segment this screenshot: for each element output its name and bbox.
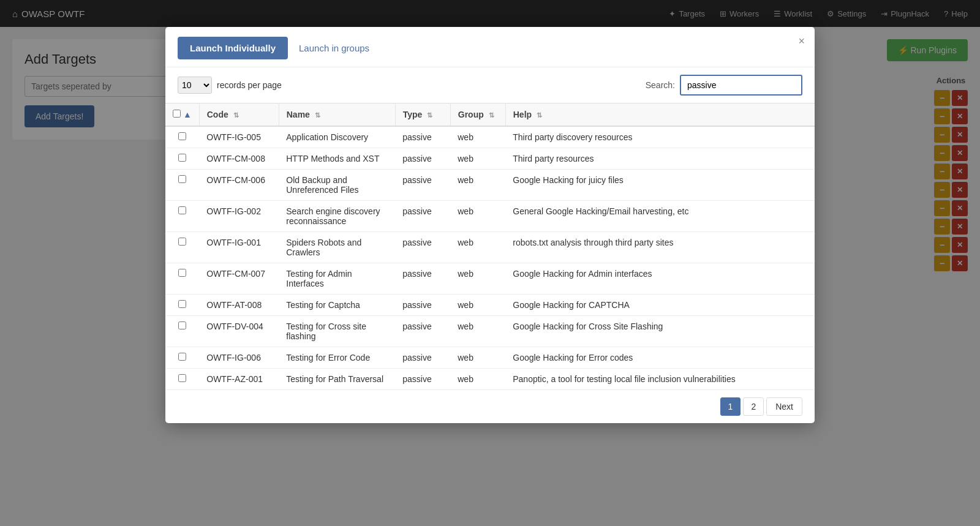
row-group: web (450, 347, 505, 369)
row-checkbox-cell[interactable] (165, 126, 199, 148)
row-help: Google Hacking for Error codes (505, 347, 815, 369)
next-page-button[interactable]: Next (766, 397, 802, 416)
search-container: Search: (646, 75, 802, 96)
table-row: OWTF-IG-002 Search engine discovery reco… (165, 201, 815, 232)
table-row: OWTF-CM-007 Testing for Admin Interfaces… (165, 263, 815, 295)
row-help: Google Hacking for Cross Site Flashing (505, 316, 815, 347)
row-name: Testing for Captcha (279, 295, 395, 316)
row-group: web (450, 232, 505, 263)
row-name: Search engine discovery reconnaissance (279, 201, 395, 232)
row-checkbox-2[interactable] (178, 175, 186, 183)
row-code: OWTF-CM-008 (199, 148, 279, 170)
row-code: OWTF-AZ-001 (199, 369, 279, 390)
search-input[interactable] (680, 75, 802, 96)
row-name: Old Backup and Unreferenced Files (279, 170, 395, 201)
row-code: OWTF-CM-007 (199, 263, 279, 295)
table-row: OWTF-IG-006 Testing for Error Code passi… (165, 347, 815, 369)
row-help: robots.txt analysis through third party … (505, 232, 815, 263)
page-background: Add Targets Add Targets! ⚡ Run Plugins A… (0, 27, 980, 526)
row-checkbox-0[interactable] (178, 132, 186, 140)
help-sort-icon: ⇅ (537, 111, 542, 119)
row-checkbox-cell[interactable] (165, 148, 199, 170)
name-column-header[interactable]: Name ⇅ (279, 103, 395, 127)
group-sort-icon: ⇅ (489, 111, 494, 119)
select-all-header[interactable]: ▲ (165, 103, 199, 127)
launch-individually-button[interactable]: Launch Individually (178, 37, 288, 59)
row-type: passive (395, 232, 450, 263)
row-help: Third party discovery resources (505, 126, 815, 148)
row-group: web (450, 316, 505, 347)
row-checkbox-cell[interactable] (165, 201, 199, 232)
row-code: OWTF-DV-004 (199, 316, 279, 347)
row-checkbox-cell[interactable] (165, 232, 199, 263)
row-checkbox-cell[interactable] (165, 369, 199, 390)
row-help: Google Hacking for CAPTCHA (505, 295, 815, 316)
row-group: web (450, 295, 505, 316)
code-column-header[interactable]: Code ⇅ (199, 103, 279, 127)
row-group: web (450, 148, 505, 170)
records-per-page-label: records per page (217, 80, 282, 90)
help-column-header[interactable]: Help ⇅ (505, 103, 815, 127)
records-per-page-control: 10 25 50 records per page (178, 77, 282, 94)
modal-header: Launch Individually Launch in groups × (165, 27, 815, 67)
pagination: 1 2 Next (165, 390, 815, 423)
type-column-header[interactable]: Type ⇅ (395, 103, 450, 127)
plugin-select-modal: Launch Individually Launch in groups × 1… (165, 27, 815, 423)
row-help: General Google Hacking/Email harvesting,… (505, 201, 815, 232)
table-row: OWTF-AZ-001 Testing for Path Traversal p… (165, 369, 815, 390)
row-checkbox-5[interactable] (178, 269, 186, 277)
row-help: Panoptic, a tool for testing local file … (505, 369, 815, 390)
row-checkbox-cell[interactable] (165, 316, 199, 347)
launch-groups-button[interactable]: Launch in groups (296, 37, 372, 59)
row-checkbox-cell[interactable] (165, 263, 199, 295)
row-group: web (450, 126, 505, 148)
table-row: OWTF-CM-008 HTTP Methods and XST passive… (165, 148, 815, 170)
row-group: web (450, 201, 505, 232)
row-type: passive (395, 170, 450, 201)
row-checkbox-7[interactable] (178, 321, 186, 329)
row-checkbox-8[interactable] (178, 353, 186, 361)
row-help: Google Hacking for juicy files (505, 170, 815, 201)
select-all-checkbox[interactable] (173, 110, 181, 118)
row-name: Testing for Admin Interfaces (279, 263, 395, 295)
row-checkbox-cell[interactable] (165, 347, 199, 369)
row-code: OWTF-IG-001 (199, 232, 279, 263)
row-group: web (450, 263, 505, 295)
row-name: Testing for Path Traversal (279, 369, 395, 390)
code-sort-icon: ⇅ (233, 111, 239, 119)
row-group: web (450, 170, 505, 201)
row-checkbox-4[interactable] (178, 238, 186, 246)
row-type: passive (395, 295, 450, 316)
row-checkbox-cell[interactable] (165, 170, 199, 201)
row-code: OWTF-IG-005 (199, 126, 279, 148)
modal-overlay: Launch Individually Launch in groups × 1… (0, 0, 980, 526)
row-checkbox-1[interactable] (178, 154, 186, 162)
table-header-row: ▲ Code ⇅ Name ⇅ Type ⇅ (165, 103, 815, 127)
page-2-button[interactable]: 2 (743, 397, 764, 416)
row-type: passive (395, 347, 450, 369)
group-column-header[interactable]: Group ⇅ (450, 103, 505, 127)
row-group: web (450, 369, 505, 390)
row-type: passive (395, 263, 450, 295)
row-name: Spiders Robots and Crawlers (279, 232, 395, 263)
page-1-button[interactable]: 1 (720, 397, 741, 416)
row-name: HTTP Methods and XST (279, 148, 395, 170)
row-checkbox-9[interactable] (178, 374, 186, 382)
row-type: passive (395, 126, 450, 148)
search-label: Search: (646, 80, 675, 90)
table-row: OWTF-IG-001 Spiders Robots and Crawlers … (165, 232, 815, 263)
row-type: passive (395, 148, 450, 170)
row-type: passive (395, 369, 450, 390)
row-checkbox-3[interactable] (178, 206, 186, 214)
modal-close-button[interactable]: × (798, 36, 805, 47)
row-name: Testing for Error Code (279, 347, 395, 369)
type-sort-icon: ⇅ (427, 111, 432, 119)
sort-up-icon: ▲ (183, 110, 192, 119)
table-row: OWTF-IG-005 Application Discovery passiv… (165, 126, 815, 148)
row-checkbox-cell[interactable] (165, 295, 199, 316)
table-row: OWTF-AT-008 Testing for Captcha passive … (165, 295, 815, 316)
row-code: OWTF-CM-006 (199, 170, 279, 201)
row-type: passive (395, 316, 450, 347)
records-per-page-select[interactable]: 10 25 50 (178, 77, 212, 94)
row-checkbox-6[interactable] (178, 300, 186, 308)
